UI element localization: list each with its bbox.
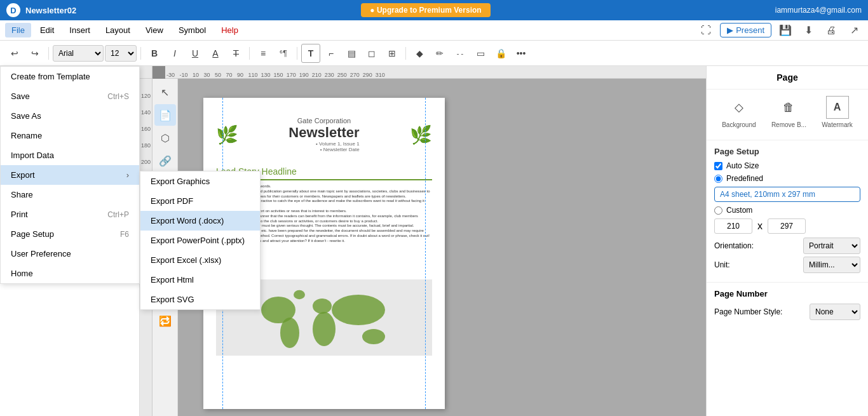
menu-home[interactable]: Home [1, 264, 139, 283]
predefined-radio[interactable] [714, 175, 722, 183]
unit-row: Unit: Millim... Inches Pixels [714, 257, 860, 273]
left-leaf-icon: 🌿 [216, 124, 238, 145]
custom-radio[interactable] [714, 206, 722, 215]
create-template-label: Create from Template [11, 72, 90, 81]
menu-print[interactable]: Print Ctrl+P [1, 205, 139, 224]
watermark-item[interactable]: A Watermark [822, 96, 853, 128]
toolbar-sep-4 [297, 47, 297, 60]
more-icon[interactable]: ••• [512, 44, 531, 63]
fill-icon[interactable]: ◆ [410, 44, 429, 63]
menu-rename[interactable]: Rename [1, 126, 139, 145]
underline-button[interactable]: U [186, 44, 205, 63]
redo-button[interactable]: ↪ [25, 44, 44, 63]
menu-share[interactable]: Share [1, 185, 139, 205]
menu-layout[interactable]: Layout [99, 23, 137, 37]
sidebar-page-icon[interactable]: 📄 [154, 104, 176, 126]
upgrade-button[interactable]: ● Upgrade to Premium Version [361, 3, 490, 17]
group-icon[interactable]: ⊞ [383, 44, 402, 63]
border-icon[interactable]: ▭ [471, 44, 490, 63]
export-graphics[interactable]: Export Graphics [140, 171, 260, 191]
unit-select[interactable]: Millim... Inches Pixels [803, 257, 860, 273]
share-icon[interactable]: ↗ [845, 22, 863, 39]
font-family-select[interactable]: Arial [53, 45, 104, 62]
page-number-title: Page Number [714, 289, 860, 299]
text-direction[interactable]: ⁶¶ [274, 44, 293, 63]
menu-symbol[interactable]: Symbol [172, 23, 212, 37]
color-button[interactable]: A [206, 44, 225, 63]
menu-edit[interactable]: Edit [34, 23, 60, 37]
rename-label: Rename [11, 131, 42, 140]
page-setup-label: Page Setup [11, 229, 54, 239]
orientation-label: Orientation: [714, 241, 754, 250]
sidebar-cursor-icon[interactable]: ↖ [154, 81, 176, 103]
custom-row: Custom [714, 206, 860, 215]
save-icon[interactable]: 💾 [776, 22, 794, 39]
table-icon[interactable]: ▤ [342, 44, 361, 63]
menu-view[interactable]: View [139, 23, 170, 37]
present-icon: ▶ [727, 25, 733, 35]
export-excel[interactable]: Export Excel (.xlsx) [140, 250, 260, 270]
share-label: Share [11, 190, 33, 199]
menu-file[interactable]: File [5, 23, 31, 37]
download-icon[interactable]: ⬇ [799, 22, 817, 39]
shape-icon[interactable]: ⌐ [322, 44, 341, 63]
toolbar-sep-1 [48, 47, 49, 60]
toolbar-sep-2 [140, 47, 141, 60]
custom-label: Custom [726, 206, 752, 215]
menu-save[interactable]: Save Ctrl+S [1, 86, 139, 106]
background-item[interactable]: ◇ Background [722, 96, 756, 128]
toolbar-sep-5 [405, 47, 406, 60]
sidebar-layers-icon[interactable]: ⬡ [154, 127, 176, 149]
background-label: Background [722, 121, 756, 128]
present-button[interactable]: ▶ Present [720, 23, 771, 37]
ruler-top: -30 -10 10 30 50 70 90 110 130 150 170 1… [165, 66, 706, 79]
menu-save-as[interactable]: Save As [1, 106, 139, 126]
export-html[interactable]: Export Html [140, 270, 260, 290]
auto-size-checkbox[interactable] [714, 162, 722, 170]
app-title: Newsletter02 [25, 6, 76, 15]
pen-icon[interactable]: ✏ [430, 44, 449, 63]
menu-insert[interactable]: Insert [63, 23, 97, 37]
height-input[interactable] [768, 218, 806, 234]
dimensions-x: x [757, 220, 763, 232]
italic-button[interactable]: I [165, 44, 184, 63]
dimensions-row: x [714, 218, 860, 234]
export-word[interactable]: Export Word (.docx) [140, 211, 260, 231]
frame-icon[interactable]: ◻ [362, 44, 381, 63]
export-svg[interactable]: Export SVG [140, 290, 260, 309]
fullscreen-icon[interactable]: ⛶ [697, 22, 715, 39]
line-style-icon[interactable]: - - [451, 44, 470, 63]
print-icon[interactable]: 🖨 [822, 22, 840, 39]
export-pdf[interactable]: Export PDF [140, 191, 260, 211]
guide-line-right [425, 98, 426, 409]
menu-help[interactable]: Help [215, 23, 245, 37]
svg-point-6 [362, 329, 385, 344]
predefined-value[interactable]: A4 sheet, 210mm x 297 mm [714, 187, 860, 202]
align-left[interactable]: ≡ [254, 44, 273, 63]
menu-import-data[interactable]: Import Data [1, 145, 139, 165]
menu-user-preference[interactable]: User Preference [1, 244, 139, 264]
lock-icon[interactable]: 🔒 [491, 44, 510, 63]
menu-export[interactable]: Export › [1, 165, 139, 185]
right-leaf-icon: 🌿 [410, 124, 432, 145]
menu-page-setup[interactable]: Page Setup F6 [1, 224, 139, 244]
export-arrow-icon: › [126, 170, 129, 180]
bold-button[interactable]: B [145, 44, 164, 63]
menubar-right: ⛶ ▶ Present 💾 ⬇ 🖨 ↗ [697, 22, 863, 39]
remove-bg-icon: 🗑 [777, 96, 800, 119]
text-box-icon[interactable]: T [301, 44, 320, 63]
export-submenu: Export Graphics Export PDF Export Word (… [140, 171, 261, 310]
page-num-style-select[interactable]: None 1, 2, 3 [810, 304, 860, 320]
svg-point-4 [313, 312, 336, 346]
sidebar-link-icon[interactable]: 🔗 [154, 150, 176, 171]
text-strikethrough[interactable]: T̶ [226, 44, 245, 63]
export-powerpoint[interactable]: Export PowerPoint (.pptx) [140, 231, 260, 250]
font-size-select[interactable]: 12 [105, 45, 137, 62]
width-input[interactable] [714, 218, 752, 234]
remove-bg-item[interactable]: 🗑 Remove B... [771, 96, 806, 128]
menu-create-template[interactable]: Create from Template [1, 67, 139, 86]
undo-button[interactable]: ↩ [5, 44, 24, 63]
orientation-select[interactable]: Portrait Landscape [803, 238, 860, 254]
sidebar-refresh-icon[interactable]: 🔁 [154, 310, 176, 332]
newsletter-title: Newsletter [288, 124, 359, 141]
